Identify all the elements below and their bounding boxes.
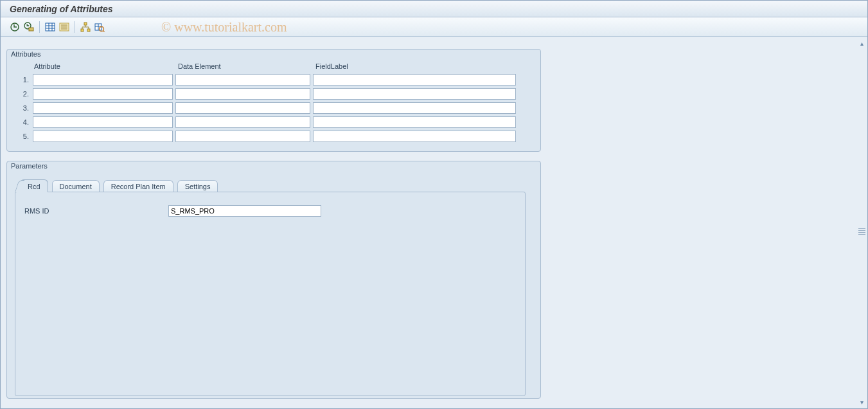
title-bar: Generating of Attributes xyxy=(1,1,867,17)
watermark: © www.tutorialkart.com xyxy=(161,17,287,37)
row-number: 4. xyxy=(13,118,33,126)
field-label-input[interactable] xyxy=(313,74,516,86)
row-number: 1. xyxy=(13,76,33,84)
toolbar-separator xyxy=(39,21,40,33)
inspect-button[interactable] xyxy=(93,21,106,33)
svg-rect-3 xyxy=(46,23,55,31)
attribute-row: 4. xyxy=(13,116,534,128)
field-row-rms-id: RMS ID xyxy=(24,205,516,217)
row-number: 2. xyxy=(13,90,33,98)
hierarchy-button[interactable] xyxy=(79,21,92,33)
attribute-input[interactable] xyxy=(33,88,173,100)
group-attributes: Attributes Attribute Data Element FieldL… xyxy=(6,49,541,152)
tab-label: Document xyxy=(60,183,92,190)
tab-panel-rcd: RMS ID xyxy=(15,192,526,396)
rms-id-input[interactable] xyxy=(168,205,321,217)
table-contents-button[interactable] xyxy=(44,21,57,33)
field-label-input[interactable] xyxy=(313,116,516,128)
group-legend-attributes: Attributes xyxy=(11,50,40,58)
attribute-row: 1. xyxy=(13,74,534,86)
hierarchy-icon xyxy=(80,22,91,32)
tabstrip: Rcd Document Record Plan Item Settings R… xyxy=(13,179,534,396)
attribute-row: 5. xyxy=(13,131,534,142)
col-header-data-element: Data Element xyxy=(178,62,315,70)
attribute-input[interactable] xyxy=(33,116,173,128)
svg-rect-13 xyxy=(81,29,84,32)
field-label-input[interactable] xyxy=(313,88,516,100)
toolbar-separator xyxy=(75,21,75,33)
data-element-input[interactable] xyxy=(175,74,310,86)
execute-print-icon xyxy=(24,22,34,32)
field-label-rms-id: RMS ID xyxy=(24,207,168,215)
list-button[interactable] xyxy=(58,21,71,33)
row-number: 3. xyxy=(13,104,33,112)
list-icon xyxy=(59,22,69,32)
tab-label: Record Plan Item xyxy=(111,183,166,190)
tab-document[interactable]: Document xyxy=(52,180,100,192)
data-element-input[interactable] xyxy=(175,131,310,142)
data-element-input[interactable] xyxy=(175,88,310,100)
field-label-input[interactable] xyxy=(313,131,516,142)
svg-line-19 xyxy=(103,30,105,32)
attribute-row: 3. xyxy=(13,102,534,114)
page-title: Generating of Attributes xyxy=(10,4,113,14)
attribute-row: 2. xyxy=(13,88,534,100)
group-legend-parameters: Parameters xyxy=(11,162,48,170)
main-area: ▴ ▾ Attributes Attribute Data Element Fi… xyxy=(1,37,867,408)
scroll-up-icon[interactable]: ▴ xyxy=(859,40,865,46)
row-number: 5. xyxy=(13,132,33,140)
col-header-field-label: FieldLabel xyxy=(315,62,521,70)
scrollbar-vertical[interactable]: ▴ ▾ xyxy=(857,37,867,408)
inspect-icon xyxy=(94,22,105,32)
attribute-input[interactable] xyxy=(33,102,173,114)
tab-label: Rcd xyxy=(28,183,40,190)
attribute-input[interactable] xyxy=(33,74,173,86)
svg-rect-2 xyxy=(29,28,33,31)
field-label-input[interactable] xyxy=(313,102,516,114)
tabs: Rcd Document Record Plan Item Settings xyxy=(20,179,534,192)
tab-rcd[interactable]: Rcd xyxy=(20,179,48,192)
attributes-header: Attribute Data Element FieldLabel xyxy=(34,62,534,70)
group-parameters: Parameters Rcd Document Record Plan Item… xyxy=(6,161,541,399)
tab-label: Settings xyxy=(185,183,211,190)
svg-rect-12 xyxy=(84,23,87,25)
scroll-down-icon[interactable]: ▾ xyxy=(859,399,865,405)
execute-and-print-button[interactable] xyxy=(22,21,35,33)
toolbar: © www.tutorialkart.com xyxy=(1,17,867,37)
execute-icon xyxy=(10,22,20,32)
table-contents-icon xyxy=(45,22,55,32)
content: Attributes Attribute Data Element FieldL… xyxy=(6,49,854,405)
col-header-attribute: Attribute xyxy=(34,62,178,70)
tab-settings[interactable]: Settings xyxy=(177,180,218,192)
data-element-input[interactable] xyxy=(175,102,310,114)
execute-button[interactable] xyxy=(8,21,21,33)
tab-record-plan-item[interactable]: Record Plan Item xyxy=(103,180,173,192)
svg-rect-14 xyxy=(87,29,90,32)
attribute-input[interactable] xyxy=(33,131,173,142)
data-element-input[interactable] xyxy=(175,116,310,128)
scrollbar-grip[interactable] xyxy=(858,223,865,241)
